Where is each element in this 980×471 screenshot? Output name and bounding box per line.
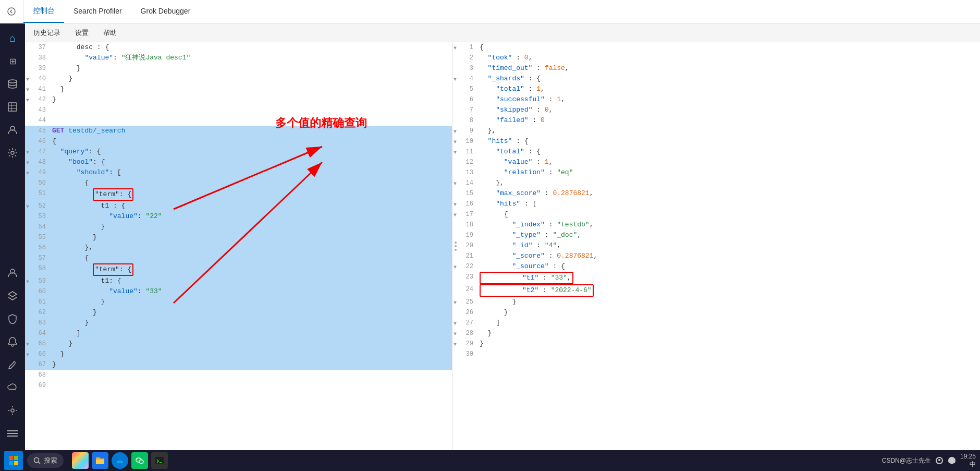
- sidebar-icon-grid[interactable]: ⊞: [2, 51, 23, 71]
- line-content-left-38: "value": "狂神说Java desc1": [50, 53, 452, 63]
- right-line-8: 8 "failed" : 0: [452, 115, 980, 126]
- fold-arrow-47[interactable]: ▼: [26, 148, 29, 158]
- right-line-content-22: "_source" : {: [477, 261, 980, 272]
- line-content-left-39: }: [50, 63, 452, 74]
- taskbar-app-colorful[interactable]: [72, 452, 89, 469]
- line-number-56: 56: [25, 243, 50, 253]
- svg-point-9: [11, 409, 14, 412]
- left-line-58: 58 "term": {: [25, 263, 452, 276]
- svg-point-1: [8, 80, 17, 83]
- fold-arrow-41[interactable]: ▼: [26, 85, 29, 95]
- right-line-number-15: 15: [452, 188, 477, 199]
- left-line-44: 44: [25, 115, 452, 126]
- right-line-23: 23 "t1" : "33",: [452, 272, 980, 284]
- nav-history[interactable]: 历史记录: [31, 28, 63, 38]
- right-code-editor[interactable]: ▼1{2 "took" : 0,3 "timed_out" : false,▼4…: [452, 42, 980, 450]
- right-line-number-11: ▼11: [452, 147, 477, 157]
- right-line-29: ▼29}: [452, 339, 980, 349]
- sidebar-icon-person-outline[interactable]: [2, 262, 23, 283]
- line-number-50: 50: [25, 178, 50, 188]
- right-line-number-10: ▼10: [452, 136, 477, 147]
- svg-point-7: [11, 151, 14, 154]
- taskbar-time: 19:25 中: [960, 453, 976, 469]
- sidebar-icon-bell[interactable]: [2, 331, 23, 352]
- svg-point-20: [34, 458, 39, 463]
- svg-rect-18: [9, 461, 13, 465]
- right-code-panel: ▼1{2 "took" : 0,3 "timed_out" : false,▼4…: [452, 42, 980, 450]
- right-line-24: 24 "t2" : "2022-4-6": [452, 284, 980, 297]
- line-content-left-60: "value": "33": [50, 286, 452, 297]
- start-button[interactable]: [4, 451, 23, 470]
- sidebar-icon-cloud[interactable]: [2, 377, 23, 398]
- fold-arrow-65[interactable]: ▼: [26, 340, 29, 350]
- line-number-60: 60: [25, 286, 50, 297]
- right-line-number-12: 12: [452, 157, 477, 167]
- sidebar-icon-wrench[interactable]: [2, 354, 23, 375]
- fold-arrow-59[interactable]: ▼: [26, 277, 29, 287]
- taskbar-app-edge[interactable]: [112, 452, 128, 469]
- taskbar-app-terminal[interactable]: [151, 452, 168, 469]
- right-line-content-23: "t1" : "33",: [477, 272, 980, 284]
- right-line-number-3: 3: [452, 63, 477, 74]
- tab-grok-debugger[interactable]: Grok Debugger: [131, 0, 200, 23]
- right-line-7: 7 "skipped" : 0,: [452, 105, 980, 115]
- main-layout: ⌂ ⊞: [0, 23, 980, 450]
- fold-arrow-52[interactable]: ▼: [26, 202, 29, 212]
- back-button[interactable]: [0, 0, 23, 23]
- line-content-left-56: },: [50, 243, 452, 253]
- sidebar-icon-settings[interactable]: [2, 142, 23, 163]
- left-line-63: 63 }: [25, 318, 452, 328]
- fold-arrow-42[interactable]: ▼: [26, 95, 29, 106]
- line-number-49: ▼49: [25, 167, 50, 178]
- sidebar-icon-home[interactable]: ⌂: [2, 28, 23, 49]
- right-line-number-24: 24: [452, 284, 477, 295]
- nav-help[interactable]: 帮助: [101, 28, 119, 38]
- right-line-content-17: {: [477, 209, 980, 220]
- right-line-content-19: "_type" : "_doc",: [477, 230, 980, 240]
- tab-console[interactable]: 控制台: [23, 0, 64, 23]
- left-code-editor[interactable]: 37 desc : {38 "value": "狂神说Java desc1"39…: [25, 42, 452, 450]
- line-content-left-45: GET testdb/_search: [50, 126, 452, 136]
- fold-arrow-48[interactable]: ▼: [26, 158, 29, 168]
- fold-arrow-40[interactable]: ▼: [26, 75, 29, 85]
- left-line-59: ▼59 t1: {: [25, 276, 452, 286]
- right-line-number-1: ▼1: [452, 42, 477, 53]
- sidebar-icon-database[interactable]: [2, 74, 23, 94]
- svg-line-21: [39, 462, 41, 464]
- svg-rect-2: [8, 103, 17, 111]
- right-line-15: 15 "max_score" : 0.2876821,: [452, 188, 980, 199]
- right-line-20: 20 "_id" : "4",: [452, 240, 980, 251]
- line-content-left-59: t1: {: [50, 276, 452, 286]
- line-content-left-55: }: [50, 232, 452, 243]
- taskbar-search[interactable]: 搜索: [27, 453, 64, 468]
- sidebar-icon-shield[interactable]: [2, 308, 23, 329]
- taskbar-app-wechat[interactable]: [131, 452, 148, 469]
- fold-arrow-49[interactable]: ▼: [26, 168, 29, 179]
- nav-settings[interactable]: 设置: [73, 28, 91, 38]
- left-line-46: 46{: [25, 136, 452, 147]
- line-content-left-53: "value": "22": [50, 211, 452, 222]
- taskbar-app-explorer[interactable]: [92, 452, 108, 469]
- right-line-content-26: }: [477, 307, 980, 318]
- sidebar-icon-menu[interactable]: [2, 423, 23, 444]
- line-number-63: 63: [25, 318, 50, 328]
- line-content-left-50: {: [50, 178, 452, 188]
- left-line-53: 53 "value": "22": [25, 211, 452, 222]
- right-line-content-24: "t2" : "2022-4-6": [477, 284, 980, 297]
- sidebar-icon-cog[interactable]: [2, 400, 23, 421]
- line-number-67: 67: [25, 359, 50, 370]
- right-line-number-8: 8: [452, 115, 477, 126]
- right-line-16: ▼16 "hits" : [: [452, 199, 980, 209]
- left-line-52: ▼52 t1 : {: [25, 201, 452, 211]
- sidebar-icon-person[interactable]: [2, 119, 23, 140]
- right-line-28: ▼28 }: [452, 328, 980, 339]
- sidebar-icon-table[interactable]: [2, 96, 23, 117]
- fold-arrow-66[interactable]: ▼: [26, 350, 29, 360]
- line-number-65: ▼65: [25, 339, 50, 349]
- sidebar-icon-layers[interactable]: [2, 285, 23, 306]
- tab-search-profiler[interactable]: Search Profiler: [64, 0, 131, 23]
- left-line-39: 39 }: [25, 63, 452, 74]
- right-line-number-9: ▼9: [452, 126, 477, 136]
- right-line-19: 19 "_type" : "_doc",: [452, 230, 980, 240]
- line-number-69: 69: [25, 380, 50, 391]
